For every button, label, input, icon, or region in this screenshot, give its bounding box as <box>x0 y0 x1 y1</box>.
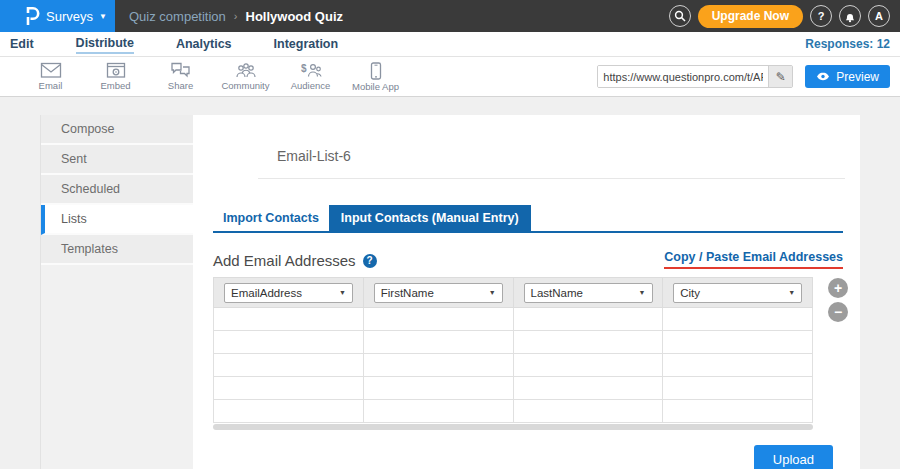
contact-cell[interactable] <box>214 377 364 400</box>
contact-cell[interactable] <box>513 400 663 423</box>
contact-cell[interactable] <box>663 308 813 331</box>
search-button[interactable] <box>669 5 691 27</box>
nav-item-distribute[interactable]: Distribute <box>76 34 134 54</box>
sidebar-item-compose[interactable]: Compose <box>41 115 193 145</box>
app-window: Surveys ▼ Quiz competition › Hollywood Q… <box>0 0 900 469</box>
add-email-addresses-label: Add Email Addresses <box>213 252 356 269</box>
topbar-actions: Upgrade Now ? A <box>669 0 900 32</box>
preview-button[interactable]: Preview <box>805 65 890 88</box>
distribute-toolbar: Email Embed Share Co <box>0 57 900 97</box>
edit-url-icon[interactable]: ✎ <box>768 66 792 87</box>
channel-label: Audience <box>291 80 331 91</box>
contact-entry-row <box>214 377 813 400</box>
column-select-email-address[interactable]: EmailAddress▼ <box>224 283 353 303</box>
contacts-table-zone: EmailAddress▼ FirstName▼ LastName▼ City▼ <box>213 277 860 423</box>
sidebar-item-sent[interactable]: Sent <box>41 145 193 175</box>
breadcrumb-parent[interactable]: Quiz competition <box>129 9 226 24</box>
contact-cell[interactable] <box>513 308 663 331</box>
contacts-tabs: Import Contacts Input Contacts (Manual E… <box>213 205 843 233</box>
channel-embed[interactable]: Embed <box>83 62 148 91</box>
selected-column-label: FirstName <box>381 287 434 299</box>
contact-cell[interactable] <box>214 331 364 354</box>
contact-cell[interactable] <box>663 331 813 354</box>
channel-mobile-app[interactable]: Mobile App <box>343 62 408 92</box>
contact-entry-row <box>214 400 813 423</box>
contact-cell[interactable] <box>363 354 513 377</box>
nav-item-analytics[interactable]: Analytics <box>176 35 232 53</box>
svg-text:$: $ <box>301 63 307 74</box>
survey-url-input[interactable] <box>598 66 768 87</box>
nav-item-integration[interactable]: Integration <box>274 35 339 53</box>
horizontal-scrollbar[interactable] <box>213 424 813 430</box>
surveys-menu[interactable]: Surveys ▼ <box>0 0 115 32</box>
embed-icon <box>106 62 126 79</box>
share-icon <box>170 62 191 79</box>
toolbar-right: ✎ Preview <box>597 65 890 88</box>
channel-label: Embed <box>100 80 130 91</box>
selected-column-label: LastName <box>531 287 583 299</box>
help-button[interactable]: ? <box>810 5 832 27</box>
search-icon <box>674 10 686 22</box>
breadcrumb: Quiz competition › Hollywood Quiz <box>115 0 343 32</box>
contact-cell[interactable] <box>513 331 663 354</box>
tab-input-contacts-manual-entry[interactable]: Input Contacts (Manual Entry) <box>329 205 531 231</box>
channel-share[interactable]: Share <box>148 62 213 91</box>
contact-cell[interactable] <box>663 377 813 400</box>
breadcrumb-separator-icon: › <box>234 10 238 22</box>
contact-cell[interactable] <box>214 354 364 377</box>
channel-audience[interactable]: $ Audience <box>278 62 343 91</box>
select-caret-icon: ▼ <box>339 289 346 296</box>
mobile-app-icon <box>370 62 382 80</box>
contact-cell[interactable] <box>363 377 513 400</box>
contact-entry-row <box>214 331 813 354</box>
contact-cell[interactable] <box>363 331 513 354</box>
contact-cell[interactable] <box>214 400 364 423</box>
sidebar-item-scheduled[interactable]: Scheduled <box>41 175 193 205</box>
channel-email[interactable]: Email <box>18 62 83 91</box>
add-emails-header: Add Email Addresses ? Copy / Paste Email… <box>213 250 843 269</box>
bell-icon <box>844 10 856 23</box>
responses-count[interactable]: Responses: 12 <box>805 37 890 51</box>
nav-item-edit[interactable]: Edit <box>10 35 34 53</box>
upgrade-now-button[interactable]: Upgrade Now <box>698 5 803 28</box>
top-bar: Surveys ▼ Quiz competition › Hollywood Q… <box>0 0 900 32</box>
email-icon <box>40 62 62 79</box>
channel-label: Mobile App <box>352 81 399 92</box>
row-controls: + − <box>828 277 848 322</box>
eye-icon <box>816 72 830 81</box>
upload-button[interactable]: Upload <box>754 445 833 469</box>
community-icon <box>235 62 257 79</box>
email-sidebar: Compose Sent Scheduled Lists Templates <box>41 115 193 469</box>
sidebar-item-templates[interactable]: Templates <box>41 235 193 265</box>
surveys-menu-label: Surveys <box>46 9 93 24</box>
sidebar-item-lists[interactable]: Lists <box>41 205 193 235</box>
audience-icon: $ <box>300 62 322 79</box>
add-column-button[interactable]: + <box>828 278 848 298</box>
notifications-button[interactable] <box>839 5 861 27</box>
tab-import-contacts[interactable]: Import Contacts <box>213 205 329 231</box>
contact-cell[interactable] <box>363 400 513 423</box>
selected-column-label: City <box>680 287 700 299</box>
column-select-first-name[interactable]: FirstName▼ <box>374 283 503 303</box>
avatar[interactable]: A <box>868 5 890 27</box>
remove-column-button[interactable]: − <box>828 302 848 322</box>
contacts-table: EmailAddress▼ FirstName▼ LastName▼ City▼ <box>213 277 813 423</box>
content-area: Compose Sent Scheduled Lists Templates E… <box>0 97 900 469</box>
contact-cell[interactable] <box>363 308 513 331</box>
email-list-title: Email-List-6 <box>277 148 845 164</box>
title-divider <box>258 178 845 179</box>
contact-cell[interactable] <box>513 377 663 400</box>
contact-cell[interactable] <box>513 354 663 377</box>
channel-community[interactable]: Community <box>213 62 278 91</box>
contact-cell[interactable] <box>214 308 364 331</box>
help-icon[interactable]: ? <box>363 254 377 268</box>
contact-cell[interactable] <box>663 354 813 377</box>
contact-cell[interactable] <box>663 400 813 423</box>
survey-url-box: ✎ <box>597 65 793 88</box>
column-select-city[interactable]: City▼ <box>673 283 802 303</box>
copy-paste-email-addresses-link[interactable]: Copy / Paste Email Addresses <box>664 250 843 269</box>
preview-label: Preview <box>836 70 879 84</box>
select-caret-icon: ▼ <box>639 289 646 296</box>
column-select-last-name[interactable]: LastName▼ <box>524 283 653 303</box>
channel-label: Share <box>168 80 193 91</box>
